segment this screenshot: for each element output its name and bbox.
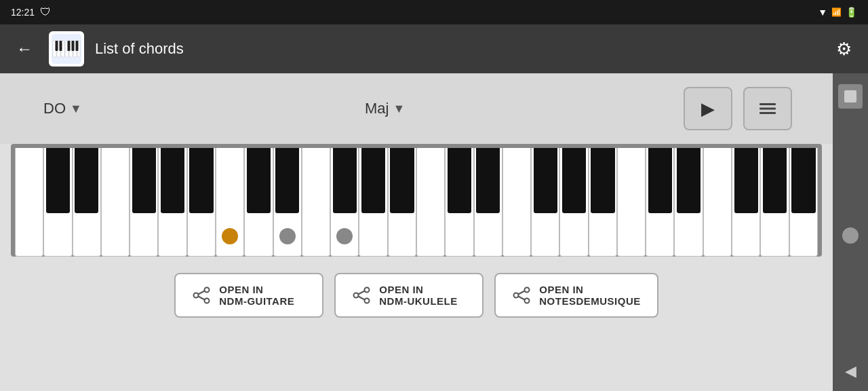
status-right: ▼ 📶 🔋 — [818, 7, 857, 18]
back-button[interactable]: ← — [11, 34, 38, 64]
white-keys — [15, 148, 818, 257]
white-key-18[interactable] — [502, 148, 531, 257]
svg-rect-10 — [68, 41, 71, 51]
app-icon — [49, 31, 84, 67]
white-key-25[interactable] — [703, 148, 732, 257]
play-button[interactable]: ▶ — [684, 87, 732, 130]
white-key-5[interactable] — [130, 148, 158, 257]
svg-rect-13 — [760, 103, 776, 105]
svg-point-28 — [525, 299, 530, 303]
svg-line-20 — [198, 297, 205, 300]
nav-circle-button[interactable] — [842, 227, 859, 244]
svg-point-22 — [354, 293, 359, 298]
guitare-button-label: OPEN IN NDM-GUITARE — [219, 284, 294, 307]
white-key-23[interactable] — [646, 148, 674, 257]
white-key-13[interactable] — [359, 148, 387, 257]
signal-icon: 📶 — [831, 7, 842, 17]
play-icon: ▶ — [701, 98, 715, 119]
svg-rect-12 — [76, 41, 79, 51]
white-key-9[interactable] — [244, 148, 273, 257]
share-ukulele-icon — [352, 286, 371, 305]
svg-point-23 — [365, 299, 370, 303]
svg-line-30 — [518, 297, 525, 300]
square-icon — [844, 90, 856, 103]
notes-icon — [758, 100, 777, 117]
white-key-21[interactable] — [589, 148, 617, 257]
main-content: DO ▼ Maj ▼ ▶ — [0, 73, 833, 391]
svg-line-19 — [198, 291, 205, 295]
chord-dropdown-arrow: ▼ — [393, 102, 405, 116]
nav-square-button[interactable] — [838, 84, 863, 109]
svg-point-18 — [205, 299, 210, 303]
settings-button[interactable]: ⚙ — [831, 33, 857, 65]
white-key-28[interactable] — [789, 148, 818, 257]
sim-icon: 🛡 — [40, 6, 51, 18]
chord-dropdown[interactable]: Maj ▼ — [362, 94, 673, 123]
wifi-icon: ▼ — [818, 7, 827, 18]
white-key-1[interactable] — [15, 148, 43, 257]
svg-point-26 — [525, 288, 530, 293]
note-dot-sol — [336, 228, 353, 244]
open-in-notesdemusique-button[interactable]: OPEN IN NOTESDEMUSIQUE — [494, 273, 658, 318]
status-left: 12:21 🛡 — [11, 6, 51, 18]
white-key-3[interactable] — [73, 148, 101, 257]
piano-wrapper — [11, 144, 822, 257]
white-key-19[interactable] — [531, 148, 559, 257]
open-in-ukulele-button[interactable]: OPEN IN NDM-UKULELE — [334, 273, 484, 318]
battery-icon: 🔋 — [846, 7, 857, 18]
ukulele-button-label: OPEN IN NDM-UKULELE — [379, 284, 458, 307]
svg-rect-14 — [760, 108, 776, 110]
share-notes-icon — [512, 286, 531, 305]
note-dropdown-arrow: ▼ — [70, 102, 82, 116]
svg-rect-15 — [760, 112, 776, 114]
svg-rect-9 — [60, 41, 62, 51]
bottom-buttons: OPEN IN NDM-GUITARE OPEN IN NDM-UKULELE … — [0, 257, 833, 334]
white-key-11[interactable] — [302, 148, 330, 257]
share-guitare-icon — [192, 286, 211, 305]
notes-button[interactable] — [743, 87, 792, 130]
white-key-2[interactable] — [43, 148, 72, 257]
svg-line-29 — [518, 291, 525, 295]
svg-rect-8 — [56, 41, 58, 51]
svg-point-21 — [365, 288, 370, 293]
app-bar: ← List of chords ⚙ — [0, 24, 868, 73]
white-key-16[interactable] — [445, 148, 473, 257]
white-key-22[interactable] — [617, 148, 646, 257]
white-key-15[interactable] — [416, 148, 445, 257]
svg-point-27 — [514, 293, 519, 298]
right-nav: ◀ — [833, 73, 868, 391]
svg-point-17 — [194, 293, 199, 298]
svg-rect-11 — [72, 41, 75, 51]
white-key-14[interactable] — [388, 148, 416, 257]
svg-point-16 — [205, 288, 210, 293]
notes-button-label: OPEN IN NOTESDEMUSIQUE — [539, 284, 641, 307]
chord-value: Maj — [365, 100, 389, 117]
svg-line-25 — [358, 297, 365, 300]
white-key-7[interactable] — [187, 148, 216, 257]
note-dropdown[interactable]: DO ▼ — [41, 94, 351, 123]
white-key-4[interactable] — [101, 148, 130, 257]
status-bar: 12:21 🛡 ▼ 📶 🔋 — [0, 0, 868, 24]
open-in-guitare-button[interactable]: OPEN IN NDM-GUITARE — [174, 273, 323, 318]
note-dot-do — [222, 228, 238, 244]
svg-line-24 — [358, 291, 365, 295]
nav-back-arrow[interactable]: ◀ — [845, 362, 856, 380]
white-key-6[interactable] — [158, 148, 186, 257]
white-key-24[interactable] — [674, 148, 703, 257]
note-value: DO — [43, 100, 66, 117]
white-key-17[interactable] — [474, 148, 502, 257]
controls-row: DO ▼ Maj ▼ ▶ — [0, 73, 833, 144]
page-title: List of chords — [95, 40, 820, 58]
white-key-26[interactable] — [732, 148, 760, 257]
note-dot-mi — [279, 228, 296, 244]
time-display: 12:21 — [11, 7, 35, 18]
piano-app-icon — [52, 34, 81, 64]
white-key-27[interactable] — [760, 148, 789, 257]
white-key-20[interactable] — [559, 148, 588, 257]
piano-keyboard[interactable] — [15, 148, 818, 257]
